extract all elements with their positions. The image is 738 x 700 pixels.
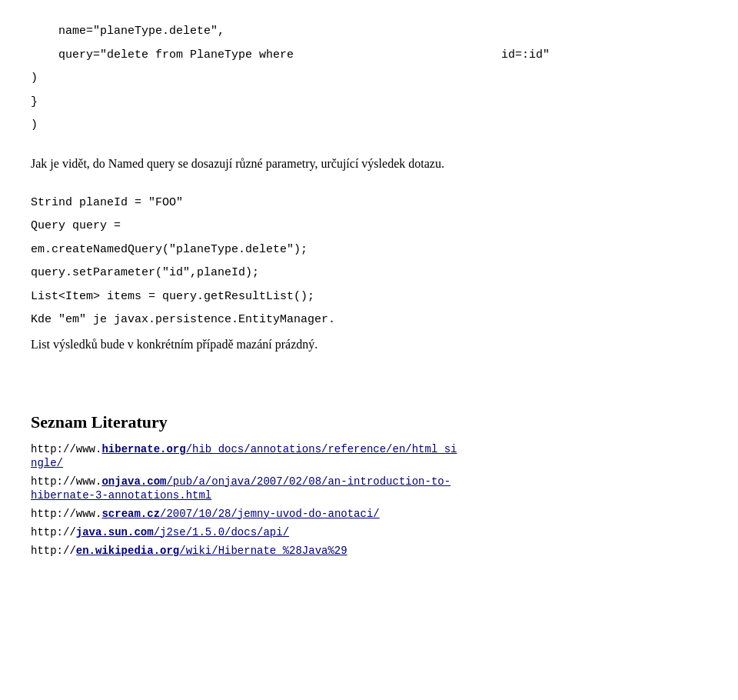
code-line-5: ): [31, 117, 707, 135]
code-line-2: query="delete from PlaneType where id=:i…: [31, 47, 707, 65]
code-list-items: List<Item> items = query.getResultList()…: [31, 288, 707, 306]
link-javasun[interactable]: java.sun.com/j2se/1.5.0/docs/api/: [76, 526, 289, 538]
code-kde-em: Kde "em" je javax.persistence.EntityMana…: [31, 312, 707, 329]
code-block-top: name="planeType.delete", query="delete f…: [31, 23, 707, 135]
code-block-middle: Strind planeId = "FOO" Query query = em.…: [31, 195, 707, 329]
link-javasun-prefix: http://: [31, 526, 76, 538]
link-onjava-prefix: http://www.: [31, 475, 101, 488]
link-wikipedia[interactable]: en.wikipedia.org/wiki/Hibernate_%28Java%…: [76, 545, 347, 557]
code-line-3: ): [31, 70, 707, 88]
link-wikipedia-prefix: http://: [31, 545, 76, 557]
link-onjava[interactable]: onjava.com/pub/a/onjava/2007/02/08/an-in…: [101, 475, 450, 488]
links-list: http://www.hibernate.org/hib_docs/annota…: [31, 442, 707, 557]
code-strind: Strind planeId = "FOO": [31, 195, 707, 212]
link-scream-prefix: http://www.: [31, 508, 101, 520]
link-item-hibernate: http://www.hibernate.org/hib_docs/annota…: [31, 442, 707, 469]
section-heading-literatura: Seznam Literatury: [31, 412, 707, 432]
link-hibernate-continued: ngle/: [31, 457, 63, 469]
link-scream[interactable]: scream.cz/2007/10/28/jemny-uvod-do-anota…: [101, 508, 379, 520]
code-line-4: }: [31, 94, 707, 112]
link-item-onjava: http://www.onjava.com/pub/a/onjava/2007/…: [31, 474, 707, 502]
link-onjava-continued: hibernate-3-annotations.html: [31, 489, 211, 502]
prose-paragraph-1: Jak je vidět, do Named query se dosazují…: [31, 155, 707, 173]
prose-paragraph-2: List výsledků bude v konkrétním případě …: [31, 335, 707, 354]
code-line-1: name="planeType.delete",: [31, 23, 707, 41]
link-item-wikipedia: http://en.wikipedia.org/wiki/Hibernate_%…: [31, 543, 707, 557]
code-query-decl: Query query =: [31, 218, 707, 235]
link-hibernate-prefix: http://www.: [31, 443, 101, 455]
link-hibernate[interactable]: hibernate.org/hib_docs/annotations/refer…: [101, 443, 457, 455]
code-set-parameter: query.setParameter("id",planeId);: [31, 265, 707, 282]
link-item-javasun: http://java.sun.com/j2se/1.5.0/docs/api/: [31, 525, 707, 538]
link-item-scream: http://www.scream.cz/2007/10/28/jemny-uv…: [31, 506, 707, 520]
code-create-named-query: em.createNamedQuery("planeType.delete");: [31, 242, 707, 259]
